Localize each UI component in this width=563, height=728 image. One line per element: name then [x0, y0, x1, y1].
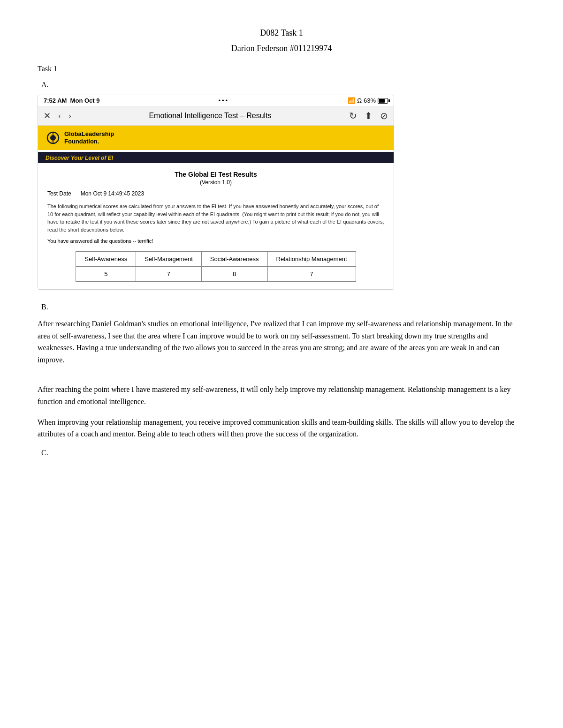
test-content: The Global EI Test Results (Version 1.0)… — [38, 163, 394, 289]
test-version: (Version 1.0) — [47, 179, 384, 186]
glf-logo-icon — [46, 130, 61, 145]
body-paragraph-b1: After researching Daniel Goldman's studi… — [38, 318, 525, 366]
svg-point-2 — [50, 135, 56, 141]
share-icon[interactable]: ⬆ — [365, 110, 373, 121]
forward-icon[interactable]: › — [68, 111, 71, 121]
test-intro: The following numerical scores are calcu… — [47, 203, 384, 233]
col-self-management: Self-Management — [136, 252, 202, 267]
refresh-icon[interactable]: ↻ — [349, 110, 357, 121]
signal-icon: Ω — [357, 97, 362, 104]
score-social-awareness: 8 — [201, 267, 267, 282]
browser-title: Emotional Intelligence Test – Results — [79, 112, 342, 120]
wifi-icon: 📶 — [348, 97, 355, 104]
task-label: Task 1 — [38, 65, 525, 73]
col-relationship-mgmt: Relationship Management — [267, 252, 356, 267]
glf-logo: GlobaLeadership Foundation. — [46, 130, 386, 145]
glf-logo-text: GlobaLeadership Foundation. — [64, 130, 114, 145]
body-paragraph-b3: When improving your relationship managem… — [38, 416, 525, 440]
score-table: Self-Awareness Self-Management Social-Aw… — [76, 251, 356, 282]
status-dots: ••• — [218, 97, 229, 104]
section-c-label: C. — [41, 449, 525, 457]
battery-icon — [378, 98, 388, 104]
back-icon[interactable]: ‹ — [58, 111, 61, 121]
date-label: Test Date — [47, 190, 71, 197]
test-terrific: You have answered all the questions -- t… — [47, 238, 384, 244]
glf-tagline-bar: Discover Your Level of EI — [38, 152, 394, 163]
phone-screenshot: 7:52 AM Mon Oct 9 ••• 📶 Ω 63% ✕ ‹ › Emot… — [38, 95, 394, 290]
nav-actions: ↻ ⬆ ⊘ — [349, 110, 388, 121]
glf-header: GlobaLeadership Foundation. — [38, 126, 394, 150]
col-social-awareness: Social-Awareness — [201, 252, 267, 267]
doc-subtitle: Darion Federson #011219974 — [38, 44, 525, 53]
score-self-awareness: 5 — [76, 267, 136, 282]
status-bar: 7:52 AM Mon Oct 9 ••• 📶 Ω 63% — [38, 95, 394, 106]
website-content: GlobaLeadership Foundation. Discover You… — [38, 126, 394, 289]
body-paragraph-b2: After reaching the point where I have ma… — [38, 383, 525, 407]
glf-tagline: Discover Your Level of EI — [46, 155, 113, 161]
score-relationship-mgmt: 7 — [267, 267, 356, 282]
test-date-row: Test Date Mon Oct 9 14:49:45 2023 — [47, 190, 384, 197]
browser-nav: ✕ ‹ › Emotional Intelligence Test – Resu… — [38, 106, 394, 126]
svg-rect-4 — [53, 141, 53, 143]
status-right: 📶 Ω 63% — [348, 97, 388, 104]
battery-pct: 63% — [364, 97, 376, 104]
edit-icon[interactable]: ⊘ — [380, 110, 388, 121]
close-icon[interactable]: ✕ — [44, 111, 51, 121]
doc-title: D082 Task 1 — [38, 28, 525, 38]
status-time: 7:52 AM Mon Oct 9 — [44, 97, 99, 104]
section-b-label: B. — [41, 303, 525, 311]
svg-rect-3 — [53, 132, 53, 135]
section-a-label: A. — [41, 81, 525, 89]
test-title: The Global EI Test Results — [47, 171, 384, 178]
score-self-management: 7 — [136, 267, 202, 282]
date-value: Mon Oct 9 14:49:45 2023 — [81, 190, 144, 197]
col-self-awareness: Self-Awareness — [76, 252, 136, 267]
